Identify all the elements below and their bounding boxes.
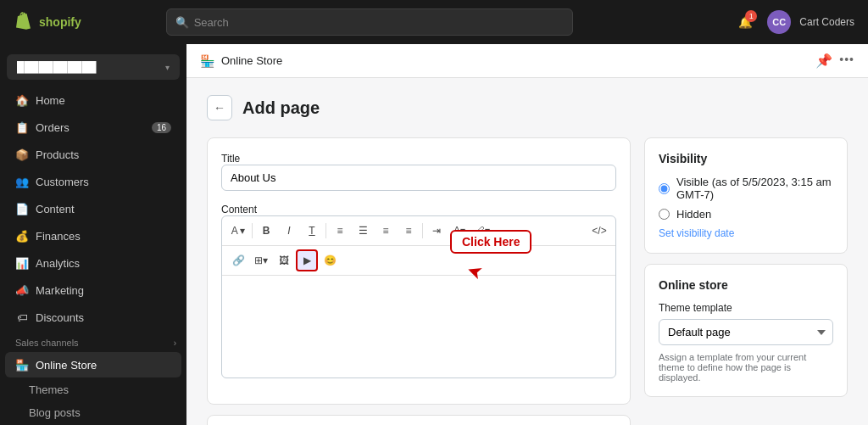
finances-icon: 💰 <box>15 229 29 243</box>
link-btn[interactable]: 🔗 <box>227 249 249 271</box>
back-button[interactable]: ← <box>207 95 232 120</box>
video-btn[interactable]: ▶ <box>296 249 318 271</box>
visible-label: Visible (as of 5/5/2023, 3:15 am GMT-7) <box>676 176 833 201</box>
content-icon: 📄 <box>15 202 29 215</box>
italic-btn[interactable]: I <box>278 220 300 242</box>
page-form-card: Title Content A ▾ <box>207 137 631 405</box>
emoji-btn[interactable]: 😊 <box>319 249 341 271</box>
sidebar-item-finances[interactable]: 💰 Finances <box>5 223 181 249</box>
sidebar-item-customers[interactable]: 👥 Customers <box>5 169 181 194</box>
sidebar-item-label: Customers <box>36 176 89 188</box>
title-input[interactable] <box>221 165 616 191</box>
title-section: Title <box>221 152 616 191</box>
visible-radio[interactable] <box>659 183 670 194</box>
visible-option[interactable]: Visible (as of 5/5/2023, 3:15 am GMT-7) <box>659 176 833 201</box>
subitem-label: Blog posts <box>29 406 81 419</box>
highlight-btn[interactable]: 🖊▾ <box>471 220 493 242</box>
sidebar-item-marketing[interactable]: 📣 Marketing <box>5 277 181 303</box>
toolbar-sep3 <box>422 223 423 238</box>
online-store-title: Online store <box>659 278 833 292</box>
theme-template-select[interactable]: Default page <box>659 319 833 345</box>
home-icon: 🏠 <box>15 93 29 107</box>
align-left-btn[interactable]: ≡ <box>329 220 351 242</box>
search-input[interactable] <box>194 16 564 29</box>
sidebar-item-content[interactable]: 📄 Content <box>5 196 181 221</box>
title-label: Title <box>221 153 240 165</box>
marketing-icon: 📣 <box>15 283 29 297</box>
sidebar-item-label: Marketing <box>36 284 84 297</box>
sidebar-item-label: Online Store <box>36 359 97 372</box>
sidebar-item-label: Finances <box>36 230 81 243</box>
chevron-right-icon: › <box>174 338 176 348</box>
visibility-title: Visibility <box>659 152 833 165</box>
nav-right: 🔔 1 CC Cart Coders <box>732 8 854 36</box>
sidebar-item-label: Home <box>36 94 65 107</box>
underline-btn[interactable]: T <box>301 220 323 242</box>
align-right-btn[interactable]: ≡ <box>375 220 397 242</box>
page-content: ← Add page Title Content <box>186 78 868 425</box>
rte-content-area[interactable] <box>222 276 615 377</box>
sidebar-item-products[interactable]: 📦 Products <box>5 142 181 167</box>
side-column: Visibility Visible (as of 5/5/2023, 3:15… <box>644 137 848 425</box>
two-col-layout: Title Content A ▾ <box>207 137 848 425</box>
toolbar-sep1 <box>252 223 253 238</box>
align-center-btn[interactable]: ☰ <box>352 220 374 242</box>
shopify-logo: shopify <box>14 12 81 32</box>
username-text: Cart Coders <box>799 16 854 28</box>
content-label: Content <box>221 204 257 215</box>
top-nav: shopify 🔍 🔔 1 CC Cart Coders <box>0 0 868 44</box>
align-justify-btn[interactable]: ≡ <box>398 220 420 242</box>
chevron-down-icon: ▾ <box>165 63 170 72</box>
visibility-card: Visibility Visible (as of 5/5/2023, 3:15… <box>644 137 848 254</box>
search-bar[interactable]: 🔍 <box>166 8 573 36</box>
avatar: CC <box>767 10 791 34</box>
rte-editor[interactable]: A ▾ B I T ≡ ☰ ≡ ≡ <box>221 215 616 378</box>
store-selector[interactable]: ███████████ ▾ <box>7 54 180 80</box>
sales-channels-section[interactable]: Sales channels › <box>0 331 186 351</box>
paragraph-format-btn[interactable]: A ▾ <box>227 220 249 242</box>
theme-help-text: Assign a template from your current them… <box>659 352 833 383</box>
theme-template-label: Theme template <box>659 302 833 314</box>
sidebar-item-orders[interactable]: 📋 Orders 16 <box>5 115 181 140</box>
online-store-card: Online store Theme template Default page… <box>644 264 848 397</box>
sidebar-subitem-themes[interactable]: Themes <box>5 379 181 400</box>
customers-icon: 👥 <box>15 175 29 188</box>
sidebar-item-online-store[interactable]: 🏪 Online Store <box>5 352 181 377</box>
pin-icon: 📌 <box>815 53 832 69</box>
hidden-label: Hidden <box>676 208 711 221</box>
hidden-option[interactable]: Hidden <box>659 208 833 221</box>
analytics-icon: 📊 <box>15 256 29 270</box>
indent-btn[interactable]: ⇥ <box>426 220 448 242</box>
search-icon: 🔍 <box>175 16 189 29</box>
text-color-btn[interactable]: A▾ <box>448 220 470 242</box>
source-btn[interactable]: </> <box>588 220 610 242</box>
more-options-icon[interactable]: ••• <box>839 53 854 69</box>
sidebar-item-analytics[interactable]: 📊 Analytics <box>5 250 181 276</box>
breadcrumb-actions: 📌 ••• <box>815 53 854 69</box>
sales-channels-label: Sales channels <box>15 338 79 348</box>
sidebar-item-home[interactable]: 🏠 Home <box>5 87 181 113</box>
sidebar-item-label: Content <box>36 203 75 215</box>
store-breadcrumb-icon: 🏪 <box>200 54 214 68</box>
online-store-icon: 🏪 <box>15 358 29 372</box>
sidebar-subitem-blog-posts[interactable]: Blog posts <box>5 402 181 423</box>
main-content: 🏪 Online Store 📌 ••• ← Add page Title <box>186 44 868 425</box>
hidden-radio[interactable] <box>659 209 670 220</box>
notification-button[interactable]: 🔔 1 <box>732 8 759 36</box>
orders-icon: 📋 <box>15 120 29 134</box>
notification-badge: 1 <box>745 10 757 22</box>
logo-text: shopify <box>39 15 81 29</box>
set-visibility-date-link[interactable]: Set visibility date <box>659 227 734 239</box>
breadcrumb-bar: 🏪 Online Store 📌 ••• <box>186 44 868 78</box>
sidebar-item-label: Orders <box>36 121 70 134</box>
sidebar-item-discounts[interactable]: 🏷 Discounts <box>5 305 181 330</box>
image-btn[interactable]: 🖼 <box>273 249 295 271</box>
breadcrumb: Online Store <box>221 54 282 67</box>
rte-toolbar-row2: 🔗 ⊞▾ 🖼 ▶ 😊 <box>222 246 615 276</box>
sidebar-item-label: Discounts <box>36 311 84 324</box>
bold-btn[interactable]: B <box>255 220 277 242</box>
table-btn[interactable]: ⊞▾ <box>250 249 272 271</box>
sidebar: ███████████ ▾ 🏠 Home 📋 Orders 16 📦 Produ… <box>0 44 186 425</box>
seo-card: Search engine listing preview Edit websi… <box>207 415 631 425</box>
toolbar-sep2 <box>326 223 326 238</box>
